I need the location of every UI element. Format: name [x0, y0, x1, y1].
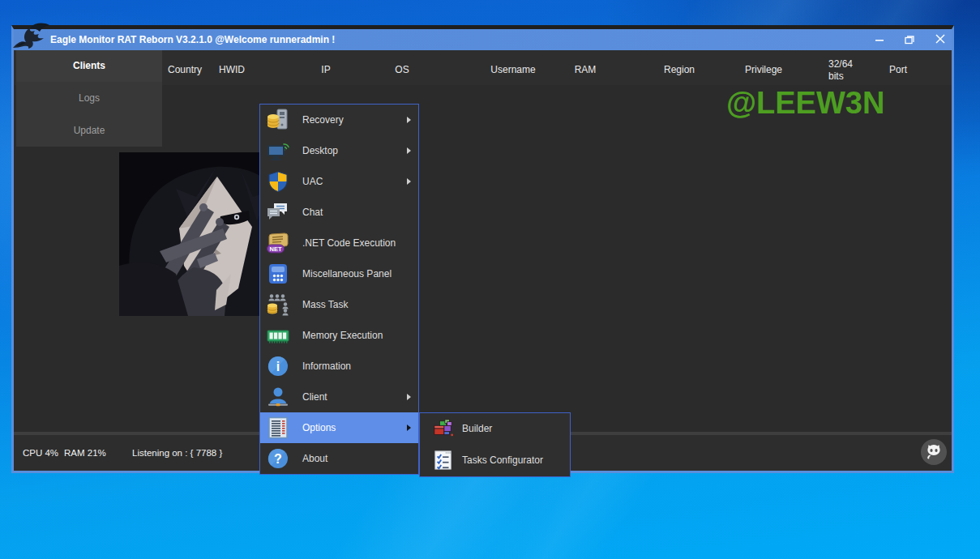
menu-item-label: Desktop — [302, 135, 338, 166]
ram-usage: RAM 21% — [64, 435, 106, 471]
cpu-usage: CPU 4% — [23, 435, 58, 471]
menu-item-memory-execution[interactable]: Memory Execution — [260, 320, 418, 351]
submenu-arrow-icon — [407, 394, 411, 400]
menu-item-mass-task[interactable]: Mass Task — [260, 289, 418, 320]
menu-item-tasks-configurator[interactable]: Tasks Configurator — [420, 445, 570, 476]
menu-item-information[interactable]: iInformation — [260, 351, 418, 382]
close-button[interactable] — [933, 32, 948, 45]
github-icon[interactable] — [921, 439, 947, 465]
menu-item-label: About — [302, 443, 327, 474]
menu-item-builder[interactable]: Builder — [420, 413, 570, 444]
listening-port: Listening on : { 7788 } — [132, 435, 222, 471]
maximize-button[interactable] — [902, 32, 917, 45]
svg-text:NET: NET — [270, 245, 282, 253]
menu-item-label: Mass Task — [302, 289, 348, 320]
menu-item-label: UAC — [302, 166, 323, 197]
menu-item-client[interactable]: Client — [260, 382, 418, 412]
minimize-button[interactable] — [872, 32, 887, 45]
submenu-arrow-icon — [407, 425, 411, 431]
submenu-arrow-icon — [407, 117, 411, 123]
client-person-icon — [267, 386, 289, 408]
column-header-32-64-bits[interactable]: 32/64 bits — [828, 58, 867, 83]
menu-item-label: Options — [302, 412, 336, 443]
menu-item-chat[interactable]: Chat — [260, 197, 418, 228]
svg-text:?: ? — [274, 452, 282, 466]
options-list-icon — [267, 416, 289, 439]
menu-item-miscellaneous-panel[interactable]: Miscellaneous Panel — [260, 258, 418, 289]
menu-item-label: Chat — [302, 197, 323, 228]
chat-icon — [267, 201, 289, 224]
sidebar-item-update[interactable]: Update — [16, 114, 162, 147]
svg-text:i: i — [276, 360, 280, 373]
dotnet-scroll-icon: NET — [267, 232, 289, 254]
menu-item-uac[interactable]: UAC — [260, 166, 418, 197]
sidebar-item-clients[interactable]: Clients — [16, 50, 162, 82]
options-submenu: BuilderTasks Configurator — [419, 412, 571, 477]
information-icon: i — [267, 355, 289, 378]
window-title: Eagle Monitor RAT Reborn V3.2.1.0 @Welco… — [50, 29, 335, 50]
menu-item-options[interactable]: Options — [260, 412, 418, 443]
column-header-country[interactable]: Country — [168, 64, 202, 75]
mass-task-icon — [267, 293, 289, 316]
submenu-arrow-icon — [407, 178, 411, 185]
column-header-region[interactable]: Region — [664, 64, 695, 75]
column-header-os[interactable]: OS — [395, 64, 409, 75]
column-header-privilege[interactable]: Privilege — [745, 64, 782, 75]
menu-item-label: .NET Code Execution — [302, 228, 396, 258]
menu-item-net-code-execution[interactable]: NET.NET Code Execution — [260, 228, 418, 258]
desktop-icon — [267, 139, 289, 162]
menu-item-about[interactable]: ?About — [260, 443, 418, 474]
column-header-username[interactable]: Username — [490, 64, 535, 75]
column-header-ram[interactable]: RAM — [575, 64, 597, 75]
menu-item-label: Miscellaneous Panel — [302, 258, 392, 289]
about-question-icon: ? — [267, 447, 289, 470]
menu-item-label: Builder — [462, 413, 492, 444]
builder-blocks-icon — [433, 418, 454, 439]
desktop-background: Eagle Monitor RAT Reborn V3.2.1.0 @Welco… — [0, 0, 980, 559]
memory-ram-icon — [267, 324, 289, 347]
watermark-text: @LEEW3N — [726, 86, 884, 121]
menu-item-label: Recovery — [302, 105, 344, 135]
recovery-icon — [267, 109, 289, 131]
uac-shield-icon — [267, 170, 289, 193]
column-header-port[interactable]: Port — [889, 64, 907, 75]
eagle-logo — [12, 21, 50, 52]
tasks-configurator-icon — [433, 450, 454, 471]
column-header-ip[interactable]: IP — [321, 64, 330, 75]
menu-item-label: Tasks Configurator — [462, 445, 543, 476]
menu-item-label: Memory Execution — [302, 320, 383, 351]
misc-panel-icon — [267, 262, 289, 285]
menu-item-label: Client — [302, 382, 327, 412]
column-header-hwid[interactable]: HWID — [219, 64, 245, 75]
context-menu: RecoveryDesktopUACChatNET.NET Code Execu… — [259, 104, 419, 475]
submenu-arrow-icon — [407, 147, 411, 154]
menu-item-recovery[interactable]: Recovery — [260, 105, 418, 135]
menu-item-label: Information — [302, 351, 351, 382]
sidebar-item-logs[interactable]: Logs — [16, 82, 162, 114]
menu-item-desktop[interactable]: Desktop — [260, 135, 418, 166]
